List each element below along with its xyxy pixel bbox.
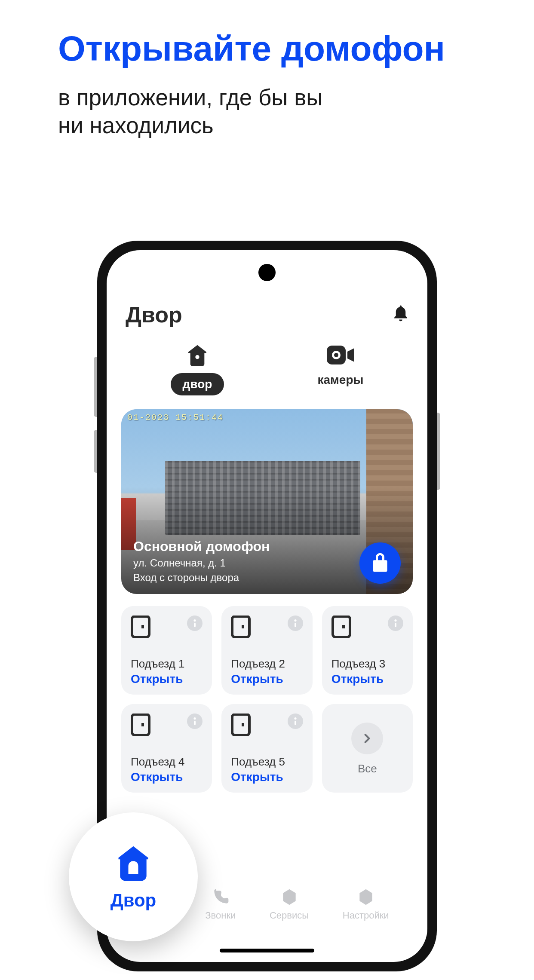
- camera-text: Основной домофон ул. Солнечная, д. 1 Вхо…: [133, 539, 270, 584]
- page-title: Двор: [126, 302, 182, 328]
- intercom-entry-side: Вход с стороны двора: [133, 572, 270, 584]
- door-icon: [131, 616, 150, 638]
- svg-rect-19: [232, 714, 249, 735]
- svg-rect-20: [242, 723, 244, 726]
- nav-settings[interactable]: Настройки: [343, 888, 389, 921]
- app-header: Двор: [107, 250, 427, 340]
- svg-rect-15: [132, 714, 149, 735]
- lock-icon: [371, 553, 389, 573]
- info-icon: [193, 717, 196, 725]
- segment-cameras[interactable]: камеры: [318, 342, 364, 395]
- svg-rect-7: [232, 616, 249, 637]
- camera-icon: [327, 346, 354, 364]
- all-doors-button[interactable]: Все: [322, 704, 413, 793]
- home-indicator: [220, 949, 314, 952]
- nav-calls[interactable]: Звонки: [205, 888, 236, 921]
- door-card[interactable]: Подъезд 1 Открыть: [121, 606, 212, 695]
- nav-yard-highlight[interactable]: Двор: [69, 812, 198, 941]
- svg-rect-16: [141, 723, 144, 726]
- door-card[interactable]: Подъезд 4 Открыть: [121, 704, 212, 793]
- nav-services-label: Сервисы: [270, 910, 309, 921]
- phone-side-button: [94, 430, 97, 473]
- door-name: Подъезд 4: [131, 755, 203, 769]
- unlock-button[interactable]: [359, 542, 401, 584]
- door-name: Подъезд 2: [231, 657, 303, 671]
- main-intercom-card[interactable]: 01-2023 15:51:44 Основной домофон ул. Со…: [121, 409, 413, 594]
- intercom-address: ул. Солнечная, д. 1: [133, 557, 270, 569]
- arrow-circle: [351, 723, 383, 754]
- svg-rect-6: [194, 623, 196, 627]
- bell-icon: [393, 305, 408, 322]
- segment-yard-label: двор: [171, 373, 224, 395]
- door-icon: [331, 616, 351, 638]
- door-info-button[interactable]: [187, 714, 203, 729]
- info-icon: [394, 619, 397, 627]
- notifications-button[interactable]: [393, 305, 408, 324]
- hex-icon: [280, 888, 299, 906]
- svg-point-2: [334, 353, 338, 357]
- svg-rect-10: [295, 623, 296, 627]
- gear-icon: [356, 888, 375, 906]
- svg-point-21: [294, 717, 296, 720]
- nav-calls-label: Звонки: [205, 910, 236, 921]
- house-icon: [114, 843, 153, 882]
- door-open-link[interactable]: Открыть: [231, 672, 303, 686]
- svg-rect-8: [242, 625, 244, 628]
- info-icon: [294, 717, 297, 725]
- svg-point-5: [194, 619, 196, 622]
- nav-yard-label: Двор: [110, 890, 157, 911]
- door-info-button[interactable]: [187, 616, 203, 631]
- door-name: Подъезд 3: [331, 657, 403, 671]
- door-card[interactable]: Подъезд 3 Открыть: [322, 606, 413, 695]
- chevron-right-icon: [362, 733, 373, 744]
- intercom-title: Основной домофон: [133, 539, 270, 554]
- hero-subtitle: в приложении, где бы выни находились: [58, 84, 322, 139]
- segment-cameras-label: камеры: [318, 373, 364, 387]
- door-open-link[interactable]: Открыть: [231, 770, 303, 784]
- camera-timestamp: 01-2023 15:51:44: [127, 413, 224, 423]
- phone-icon: [211, 888, 230, 906]
- door-info-button[interactable]: [388, 616, 403, 631]
- door-open-link[interactable]: Открыть: [131, 770, 203, 784]
- doors-grid: Подъезд 1 Открыть: [121, 606, 413, 793]
- door-name: Подъезд 1: [131, 657, 203, 671]
- segment-row: двор камеры: [107, 340, 427, 400]
- svg-rect-11: [333, 616, 350, 637]
- door-icon: [231, 616, 251, 638]
- svg-rect-18: [194, 721, 196, 725]
- door-open-link[interactable]: Открыть: [131, 672, 203, 686]
- door-icon: [231, 714, 251, 736]
- door-icon: [131, 714, 150, 736]
- camera-overlay: Основной домофон ул. Солнечная, д. 1 Вхо…: [121, 530, 413, 594]
- door-info-button[interactable]: [288, 616, 303, 631]
- svg-point-9: [294, 619, 296, 622]
- svg-rect-22: [295, 721, 296, 725]
- svg-rect-3: [132, 616, 149, 637]
- svg-rect-12: [342, 625, 345, 628]
- info-icon: [193, 619, 196, 627]
- nav-services[interactable]: Сервисы: [270, 888, 309, 921]
- door-info-button[interactable]: [288, 714, 303, 729]
- segment-yard[interactable]: двор: [171, 342, 224, 395]
- house-icon: [185, 343, 209, 367]
- info-icon: [294, 619, 297, 627]
- hero-title: Открывайте домофон: [58, 30, 445, 67]
- svg-point-13: [394, 619, 396, 622]
- nav-settings-label: Настройки: [343, 910, 389, 921]
- svg-point-17: [194, 717, 196, 720]
- svg-rect-4: [141, 625, 144, 628]
- all-doors-label: Все: [358, 762, 377, 775]
- door-open-link[interactable]: Открыть: [331, 672, 403, 686]
- door-card[interactable]: Подъезд 2 Открыть: [221, 606, 312, 695]
- door-name: Подъезд 5: [231, 755, 303, 769]
- door-card[interactable]: Подъезд 5 Открыть: [221, 704, 312, 793]
- svg-rect-14: [395, 623, 396, 627]
